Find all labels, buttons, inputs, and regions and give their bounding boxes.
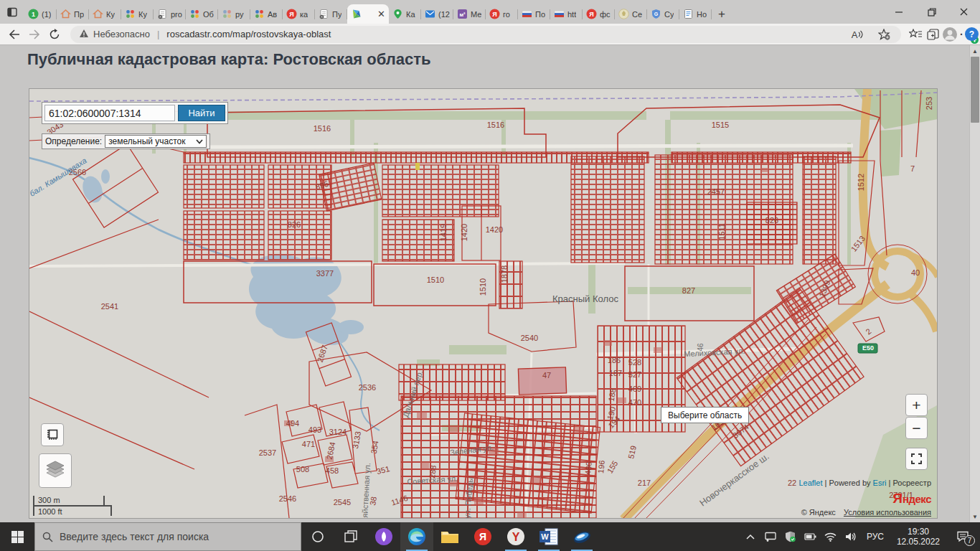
address-bar[interactable]: Небезопасно | roscadastr.com/map/rostovs… [70,26,901,43]
leaflet-link[interactable]: Leaflet [798,479,822,487]
collections-icon[interactable] [924,26,941,43]
esri-link[interactable]: Esri [873,479,887,487]
map-label: 471 [302,440,315,448]
file-explorer-button[interactable] [433,522,466,551]
page-scrollbar[interactable]: ▲ ▼ [969,45,980,522]
cortana-button[interactable] [301,522,334,551]
cast-icon[interactable] [762,522,779,551]
refresh-button[interactable] [44,25,65,44]
map-label: 1878 [500,265,509,283]
map-label: 1516 [314,124,331,133]
browser-tab[interactable]: Ку [89,4,121,24]
yandex-app-button[interactable]: Я [466,522,499,551]
language-indicator[interactable]: РУС [862,532,888,542]
yandex-logo: Яндекс [892,491,931,507]
browser-tab[interactable]: По [518,4,550,24]
minimize-button[interactable] [883,0,915,24]
browser-tab[interactable]: 1(1) [24,4,57,24]
blue-swoosh-app-button[interactable] [565,522,598,551]
wifi-icon[interactable] [822,522,839,551]
browser-tab[interactable]: (12 [421,4,453,24]
task-view-button[interactable] [334,522,367,551]
read-aloud-icon[interactable]: A [848,26,865,43]
browser-tab[interactable]: Ка [389,4,421,24]
notification-center-button[interactable]: 7 [948,522,977,551]
browser-tab[interactable]: ру [218,4,250,24]
volume-icon[interactable] [842,522,859,551]
browser-tab[interactable]: м²Ме [453,4,486,24]
scrollbar-thumb[interactable] [971,57,979,123]
browser-tab[interactable]: Се [615,4,647,24]
tab-label: ру [235,10,244,19]
alice-app-button[interactable] [367,522,400,551]
add-favorite-icon[interactable] [875,26,892,43]
defender-shield-icon[interactable] [782,522,799,551]
zoom-out-button[interactable]: − [905,417,928,439]
browser-tab[interactable]: Об [186,4,218,24]
tab-label: (12 [438,10,450,19]
tab-label: pro [171,10,182,19]
window-controls [883,0,980,24]
doc-favicon [319,9,329,19]
map-label: 458 [326,466,339,475]
tab-close-icon[interactable]: ✕ [377,9,385,19]
map-label: 2546 [279,494,296,503]
close-window-button[interactable] [948,0,980,24]
task-view-icon [344,530,357,543]
browser-tab[interactable]: pro [154,4,186,24]
word-app-button[interactable]: W [532,522,565,551]
yandex-browser-icon: Y [507,527,525,546]
browser-tab[interactable]: Яго [486,4,518,24]
map-label: 470 [628,398,641,407]
browser-tab-active[interactable]: ✕ [347,4,389,24]
edge-icon [407,527,426,546]
map-label: 1516 [487,121,504,129]
blue-swoosh-icon [572,528,592,545]
layers-button[interactable] [39,453,72,488]
help-badge[interactable]: ? [965,27,979,41]
layers-icon [44,460,66,481]
edge-app-button[interactable] [400,522,433,551]
scale-imperial: 1000 ft [33,505,112,516]
yandex-browser-button[interactable]: Y [499,522,532,551]
browser-tab[interactable]: Пр [57,4,89,24]
dotspale-favicon [222,9,232,19]
browser-tab[interactable]: Яфс [583,4,615,24]
restore-button[interactable] [915,0,948,24]
start-button[interactable] [0,522,34,551]
back-button[interactable] [4,25,24,44]
battery-icon[interactable] [802,522,819,551]
find-button[interactable]: Найти [178,105,225,121]
clock[interactable]: 19:30 12.05.2022 [891,527,946,547]
browser-tab[interactable]: Яка [283,4,315,24]
tab-label: Пр [74,10,84,19]
tab-label: Но [697,10,707,19]
tab-actions-icon[interactable] [0,0,24,24]
zoom-in-button[interactable]: + [905,394,928,416]
new-tab-button[interactable]: + [712,4,732,24]
shieldg-favicon: G [651,9,661,19]
tray-expand-icon[interactable] [742,522,759,551]
tab-label: ка [300,10,308,19]
browser-tab[interactable]: Но [679,4,712,24]
browser-tab[interactable]: Ку [121,4,154,24]
browser-tab[interactable]: htt [550,4,583,24]
browser-tab[interactable]: Пу [315,4,347,24]
scroll-down-arrow[interactable]: ▼ [970,512,980,522]
measure-button[interactable] [41,423,64,446]
taskbar-search[interactable]: Введите здесь текст для поиска [34,522,301,551]
fullscreen-button[interactable] [905,448,928,470]
terms-link[interactable]: Условия использования [844,508,931,517]
map[interactable]: 1516151615153043141825668958261419142014… [29,88,938,519]
map-label: 46 [697,343,705,352]
browser-tab[interactable]: GСу [647,4,679,24]
cadastral-number-input[interactable] [44,105,175,121]
scroll-up-arrow[interactable]: ▲ [970,46,980,56]
favorites-bar-icon[interactable] [907,26,924,43]
svg-text:Y: Y [512,531,520,543]
definition-select[interactable]: земельный участок [105,135,207,148]
definition-label: Определение: [45,136,102,146]
forward-button[interactable] [24,25,44,44]
browser-tab[interactable]: Ав [250,4,283,24]
profile-avatar[interactable] [941,26,958,43]
